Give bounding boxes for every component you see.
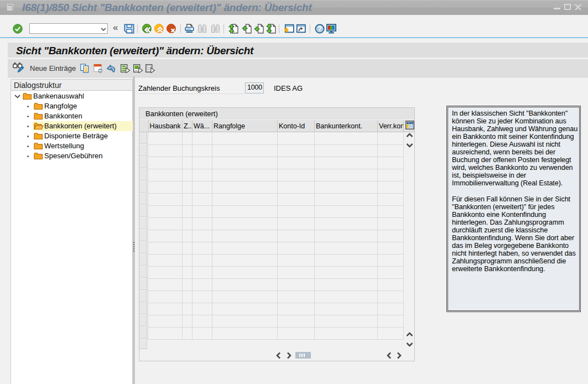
svg-text:?: ? [318, 25, 322, 33]
